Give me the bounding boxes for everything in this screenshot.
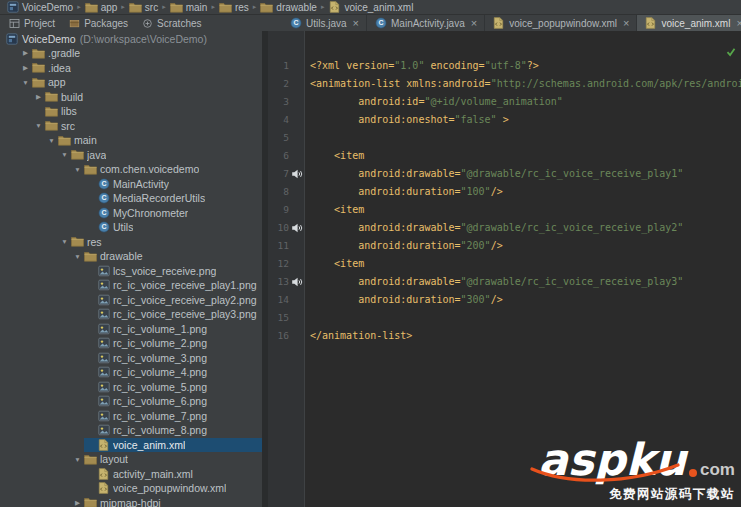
tree-item[interactable]: CUtils: [0, 220, 262, 235]
tree-item[interactable]: ▼src: [0, 119, 262, 134]
code-line[interactable]: 2<animation-list xmlns:android="http://s…: [268, 75, 741, 93]
tree-item[interactable]: rc_ic_volume_8.png: [0, 423, 262, 438]
tree-collapse-icon[interactable]: ▼: [45, 137, 58, 144]
tree-item[interactable]: ▼java: [0, 148, 262, 163]
tree-expand-icon[interactable]: ▶: [32, 93, 45, 101]
tree-collapse-icon[interactable]: ▼: [71, 456, 84, 463]
tree-item[interactable]: ▼main: [0, 133, 262, 148]
tree-item[interactable]: ▶mipmap-hdpi: [0, 496, 262, 507]
tree-expand-icon[interactable]: ▶: [19, 64, 32, 72]
code-line[interactable]: 7 android:drawable="@drawable/rc_ic_voic…: [268, 165, 741, 183]
toolwindow-tab-packages[interactable]: Packages: [68, 17, 128, 29]
tree-item[interactable]: rc_ic_volume_4.png: [0, 365, 262, 380]
inspection-indicator[interactable]: [726, 43, 736, 61]
code-line[interactable]: 4 android:oneshot="false" >: [268, 111, 741, 129]
tree-item[interactable]: ▼layout: [0, 452, 262, 467]
tree-item[interactable]: CMainActivity: [0, 177, 262, 192]
editor-tab[interactable]: CMainActivity.java×: [367, 15, 485, 31]
breadcrumb-item[interactable]: VoiceDemo: [3, 0, 76, 14]
tree-item[interactable]: ▼res: [0, 235, 262, 250]
tree-item[interactable]: rc_ic_volume_3.png: [0, 351, 262, 366]
breadcrumb-item[interactable]: app: [82, 0, 121, 14]
project-root-row[interactable]: VoiceDemo (D:\workspace\VoiceDemo): [0, 31, 262, 46]
tree-expand-icon[interactable]: ▶: [71, 499, 84, 507]
tree-item-content: ▶mipmap-hdpi: [71, 496, 262, 507]
gutter-slot: [289, 75, 305, 93]
tree-item[interactable]: CMediaRecorderUtils: [0, 191, 262, 206]
tree-item-label: .gradle: [48, 47, 80, 59]
tree-item[interactable]: rc_ic_volume_5.png: [0, 380, 262, 395]
tree-item-label: libs: [61, 105, 77, 117]
code-line[interactable]: 13 android:drawable="@drawable/rc_ic_voi…: [268, 273, 741, 291]
toolwindow-tab-project[interactable]: Project: [8, 17, 55, 29]
code-line[interactable]: 16</animation-list>: [268, 327, 741, 345]
editor-tab[interactable]: voice_anim.xml×: [637, 15, 741, 31]
code-line[interactable]: 14 android:duration="300"/>: [268, 291, 741, 309]
line-number: 9: [268, 201, 289, 219]
tree-item[interactable]: lcs_voice_receive.png: [0, 264, 262, 279]
code-line[interactable]: 5: [268, 129, 741, 147]
tree-item[interactable]: CMyChronometer: [0, 206, 262, 221]
tree-item[interactable]: voice_popupwindow.xml: [0, 481, 262, 496]
tree-item[interactable]: rc_ic_volume_2.png: [0, 336, 262, 351]
close-tab-icon[interactable]: ×: [623, 18, 629, 29]
image-icon: [97, 366, 110, 378]
tree-collapse-icon[interactable]: ▼: [32, 122, 45, 129]
code-line[interactable]: 8 android:duration="100"/>: [268, 183, 741, 201]
code-line[interactable]: 6 <item: [268, 147, 741, 165]
tree-item[interactable]: voice_anim.xml: [0, 438, 262, 453]
code-line[interactable]: 9 <item: [268, 201, 741, 219]
breadcrumb-item[interactable]: main: [167, 0, 211, 14]
tree-item-content: CMainActivity: [84, 177, 262, 192]
tree-item[interactable]: ▶.idea: [0, 61, 262, 76]
breadcrumb-item[interactable]: src: [126, 0, 161, 14]
tree-item[interactable]: libs: [0, 104, 262, 119]
tree-item[interactable]: rc_ic_voice_receive_play1.png: [0, 278, 262, 293]
tree-item[interactable]: ▶.gradle: [0, 46, 262, 61]
editor-tab[interactable]: CUtils.java×: [282, 15, 367, 31]
code-line[interactable]: 15: [268, 309, 741, 327]
folder-icon: [32, 76, 45, 88]
line-number: 6: [268, 147, 289, 165]
tree-collapse-icon[interactable]: ▼: [58, 151, 71, 158]
folder-icon: [45, 91, 58, 103]
toolwindow-tab-label: Packages: [84, 18, 128, 29]
breadcrumb-item[interactable]: drawable: [257, 0, 320, 14]
close-tab-icon[interactable]: ×: [353, 18, 359, 29]
tree-collapse-icon[interactable]: ▼: [19, 79, 32, 86]
folder-icon: [85, 1, 98, 13]
project-icon: [6, 1, 19, 13]
breadcrumb-item[interactable]: voice_anim.xml: [325, 0, 416, 14]
tree-item[interactable]: ▼drawable: [0, 249, 262, 264]
xml-icon: [97, 439, 110, 451]
tree-collapse-icon[interactable]: ▼: [58, 238, 71, 245]
code-line[interactable]: 11 android:duration="200"/>: [268, 237, 741, 255]
code-line[interactable]: 1<?xml version="1.0" encoding="utf-8"?>: [268, 57, 741, 75]
tree-item[interactable]: activity_main.xml: [0, 467, 262, 482]
breadcrumb-item[interactable]: res: [216, 0, 252, 14]
tree-item[interactable]: rc_ic_volume_6.png: [0, 394, 262, 409]
tree-expand-icon[interactable]: ▶: [19, 49, 32, 57]
class-icon: C: [97, 178, 110, 190]
tree-collapse-icon[interactable]: ▼: [71, 253, 84, 260]
toolwindow-tab-scratches[interactable]: Scratches: [141, 17, 201, 29]
tree-item[interactable]: rc_ic_volume_7.png: [0, 409, 262, 424]
tree-item[interactable]: ▶build: [0, 90, 262, 105]
tree-item[interactable]: rc_ic_volume_1.png: [0, 322, 262, 337]
code-text: android:duration="300"/>: [305, 291, 503, 309]
code-line[interactable]: 12 <item: [268, 255, 741, 273]
editor-tab[interactable]: voice_popupwindow.xml×: [485, 15, 637, 31]
code-text: android:drawable="@drawable/rc_ic_voice_…: [305, 273, 683, 291]
toolwindow-tab-label: Scratches: [157, 18, 201, 29]
editor-pane[interactable]: 1<?xml version="1.0" encoding="utf-8"?>2…: [268, 31, 741, 507]
tree-item[interactable]: rc_ic_voice_receive_play3.png: [0, 307, 262, 322]
tree-item[interactable]: ▼app: [0, 75, 262, 90]
tree-collapse-icon[interactable]: ▼: [71, 166, 84, 173]
code-line[interactable]: 3 android:id="@+id/volume_animation": [268, 93, 741, 111]
close-tab-icon[interactable]: ×: [736, 18, 741, 29]
code-line[interactable]: 10 android:drawable="@drawable/rc_ic_voi…: [268, 219, 741, 237]
breadcrumb-label: main: [186, 2, 208, 13]
tree-item[interactable]: ▼com.chen.voicedemo: [0, 162, 262, 177]
close-tab-icon[interactable]: ×: [471, 18, 477, 29]
tree-item[interactable]: rc_ic_voice_receive_play2.png: [0, 293, 262, 308]
